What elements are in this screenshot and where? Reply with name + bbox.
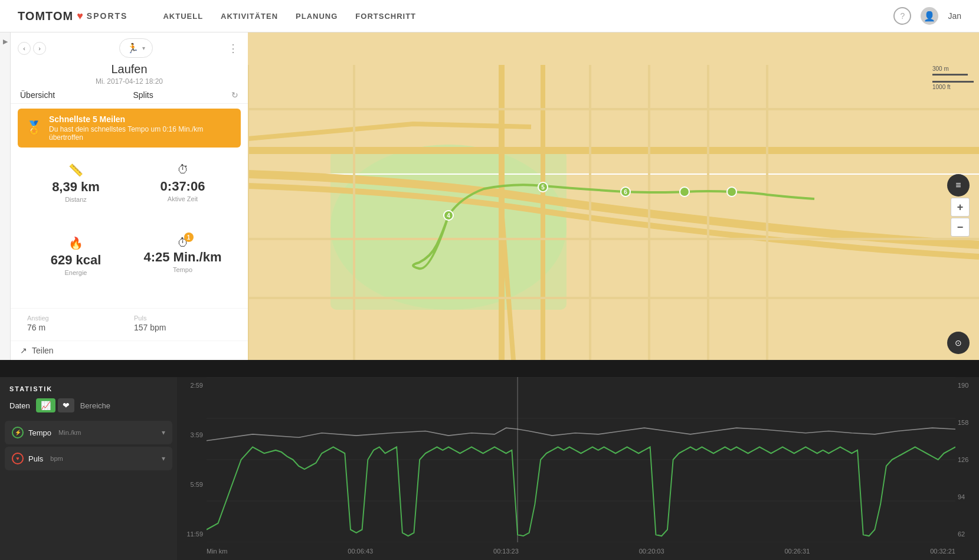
metric-puls[interactable]: ♥ Puls bpm ▾ xyxy=(5,447,172,470)
chart-y-labels-left: 2:59 3:59 5:59 11:59 xyxy=(177,377,207,542)
svg-point-17 xyxy=(680,187,689,197)
header: TOMTOM ♥ SPORTS AKTUELL AKTIVITÄTEN PLAN… xyxy=(0,0,979,32)
stat-time: ⏱ 0:37:06 Aktive Zeit xyxy=(129,157,236,230)
map-layers-button[interactable]: ⊙ xyxy=(947,332,970,354)
nav-next-button[interactable]: › xyxy=(33,42,46,55)
stat-tempo: ⏱ 1 4:25 Min./km Tempo xyxy=(129,230,236,303)
tempo-value: 4:25 Min./km xyxy=(143,250,221,265)
tab-overview[interactable]: Übersicht xyxy=(20,90,55,100)
y-label-r-1: 158 xyxy=(955,419,979,426)
time-value: 0:37:06 xyxy=(161,179,205,194)
logo: TOMTOM ♥ SPORTS xyxy=(18,9,127,23)
metric-puls-unit: bpm xyxy=(50,455,63,462)
sidebar-content: ‹ › 🏃 ▾ ⋮ Laufen Mi. 2017-04-12 18:20 Üb… xyxy=(11,32,248,360)
header-right: ? 👤 Jan xyxy=(893,7,961,25)
y-label-r-3: 94 xyxy=(955,493,979,500)
line-chart-icon: 📈 xyxy=(41,401,51,410)
heart-icon: ♥ xyxy=(16,456,19,461)
metric-tempo-indicator: ⚡ xyxy=(12,427,24,438)
puls-value: 157 bpm xyxy=(134,323,231,332)
user-avatar: 👤 xyxy=(921,7,938,25)
chart-y-labels-right: 190 158 126 94 62 xyxy=(955,377,979,542)
heart-chart-button[interactable]: ❤ xyxy=(58,398,74,412)
time-icon: ⏱ xyxy=(177,163,189,176)
nav-arrows: ‹ › xyxy=(18,42,46,55)
heart-chart-icon: ❤ xyxy=(63,401,70,410)
nav-fortschritt[interactable]: FORTSCHRITT xyxy=(355,9,416,23)
tab-splits[interactable]: Splits xyxy=(133,90,153,100)
map-menu-button[interactable]: ≡ xyxy=(947,174,970,197)
y-label-0: 2:59 xyxy=(177,382,207,389)
nav-planung[interactable]: PLANUNG xyxy=(296,9,338,23)
achievement-text: Schnellste 5 Meilen Du hast dein schnell… xyxy=(49,114,233,142)
puls-label: Puls xyxy=(134,315,231,322)
extra-anstieg: Anstieg 76 m xyxy=(22,311,129,336)
chart-area: 2:59 3:59 5:59 11:59 190 158 126 94 62 xyxy=(177,377,979,560)
map-zoom-controls: + − xyxy=(951,198,970,237)
metric-tempo-name: Tempo xyxy=(28,428,51,437)
x-label-1: 00:06:43 xyxy=(348,548,373,555)
main-nav: AKTUELL AKTIVITÄTEN PLANUNG FORTSCHRITT xyxy=(163,9,416,23)
chart-x-labels: Min km 00:06:43 00:13:23 00:20:03 00:26:… xyxy=(207,542,955,560)
chart-svg xyxy=(207,377,955,542)
svg-text:1000 ft: 1000 ft xyxy=(932,84,951,90)
x-label-min: Min km xyxy=(207,548,227,555)
refresh-icon[interactable]: ↻ xyxy=(231,90,238,100)
x-label-4: 00:26:31 xyxy=(784,548,810,555)
data-label: Daten xyxy=(9,401,30,410)
svg-rect-24 xyxy=(932,81,974,83)
more-options-button[interactable]: ⋮ xyxy=(225,40,241,57)
extra-stats: Anstieg 76 m Puls 157 bpm xyxy=(11,308,248,340)
sidebar-strip: ▶ xyxy=(0,32,11,360)
line-chart-button[interactable]: 📈 xyxy=(36,398,55,412)
metric-tempo-left: ⚡ Tempo Min./km xyxy=(12,427,81,438)
nav-aktuell[interactable]: AKTUELL xyxy=(163,9,203,23)
chart-type-buttons: 📈 ❤ xyxy=(36,398,74,412)
bereiche-label[interactable]: Bereiche xyxy=(80,401,110,410)
metric-tempo-unit: Min./km xyxy=(58,429,81,436)
statistik-label: STATISTIK xyxy=(0,385,177,398)
nav-prev-button[interactable]: ‹ xyxy=(18,42,31,55)
y-label-r-4: 62 xyxy=(955,530,979,538)
share-button[interactable]: ↗ Teilen xyxy=(20,346,238,355)
svg-point-18 xyxy=(727,187,736,197)
metric-tempo[interactable]: ⚡ Tempo Min./km ▾ xyxy=(5,421,172,444)
zoom-in-button[interactable]: + xyxy=(951,198,970,217)
tempo-icon-wrapper: ⏱ 1 xyxy=(177,236,189,250)
achievement-medal-icon: 🏅 xyxy=(26,120,42,136)
bottom-panel: STATISTIK Daten 📈 ❤ Bereiche ⚡ Tempo Min… xyxy=(0,377,979,560)
svg-text:300 m: 300 m xyxy=(932,66,949,72)
activity-title-area: Laufen Mi. 2017-04-12 18:20 xyxy=(11,58,248,87)
share-area: ↗ Teilen xyxy=(11,340,248,360)
distance-value: 8,39 km xyxy=(52,179,100,195)
help-icon[interactable]: ? xyxy=(893,7,911,25)
logo-text: TOMTOM xyxy=(18,9,73,23)
svg-text:5: 5 xyxy=(541,184,545,191)
stats-grid: 📏 8,39 km Distanz ⏱ 0:37:06 Aktive Zeit … xyxy=(11,152,248,308)
logo-sports: SPORTS xyxy=(87,11,128,21)
activity-date: Mi. 2017-04-12 18:20 xyxy=(11,77,248,86)
distance-label: Distanz xyxy=(65,196,87,203)
data-toggle: Daten 📈 ❤ Bereiche xyxy=(0,398,177,418)
extra-puls: Puls 157 bpm xyxy=(129,311,236,336)
logo-heart-icon: ♥ xyxy=(77,10,83,22)
activity-type-selector[interactable]: 🏃 ▾ xyxy=(119,38,153,58)
activity-sidebar: ▶ ‹ › 🏃 ▾ ⋮ Laufen Mi. 2017-04-12 18:20 … xyxy=(0,32,248,360)
stats-sidebar: STATISTIK Daten 📈 ❤ Bereiche ⚡ Tempo Min… xyxy=(0,377,177,560)
tempo-label: Tempo xyxy=(173,266,192,273)
y-label-1: 3:59 xyxy=(177,431,207,438)
stat-energy: 🔥 629 kcal Energie xyxy=(22,230,129,303)
metric-puls-chevron-icon: ▾ xyxy=(162,454,165,463)
zoom-out-button[interactable]: − xyxy=(951,218,970,237)
energy-value: 629 kcal xyxy=(51,253,101,268)
strip-expand[interactable]: ▶ xyxy=(1,37,9,45)
nav-aktivitaten[interactable]: AKTIVITÄTEN xyxy=(221,9,278,23)
time-label: Aktive Zeit xyxy=(168,195,198,202)
svg-text:6: 6 xyxy=(624,189,627,195)
metric-puls-indicator: ♥ xyxy=(12,453,24,464)
metric-puls-name: Puls xyxy=(28,454,43,463)
achievement-description: Du hast dein schnellstes Tempo um 0:16 M… xyxy=(49,125,233,142)
stat-distance: 📏 8,39 km Distanz xyxy=(22,157,129,230)
metric-puls-left: ♥ Puls bpm xyxy=(12,453,63,464)
tempo-badge: 1 xyxy=(184,232,194,242)
